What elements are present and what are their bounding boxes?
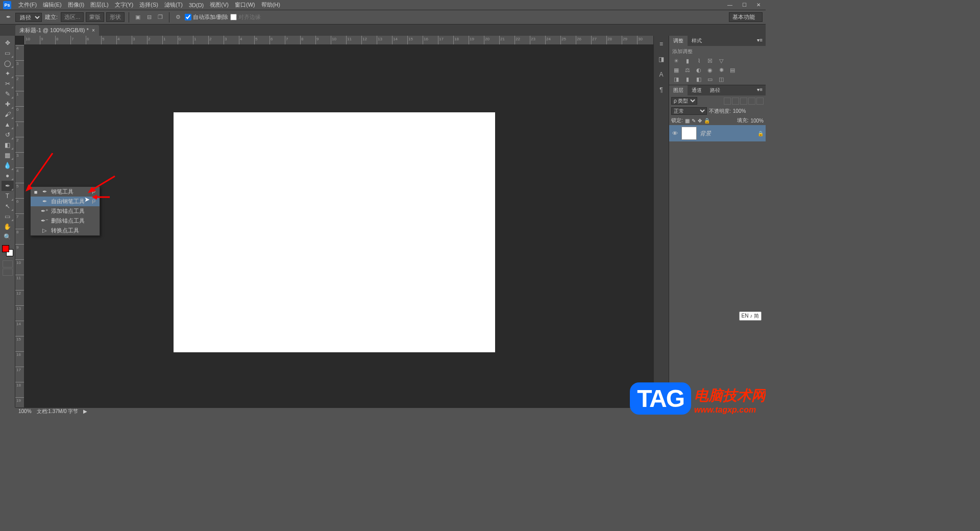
layer-filter-select[interactable]: ρ 类型 [671,97,697,105]
visibility-icon[interactable]: 👁 [671,130,678,136]
menu-type[interactable]: 文字(Y) [112,0,137,10]
menu-view[interactable]: 视图(V) [207,0,232,10]
levels-icon[interactable]: ▮ [683,57,692,64]
menu-select[interactable]: 选择(S) [136,0,161,10]
move-tool[interactable]: ✥ [2,38,14,48]
dodge-tool[interactable]: ● [2,171,14,181]
hue-icon[interactable]: ▦ [672,66,680,74]
type-tool[interactable]: T [2,191,14,201]
menu-window[interactable]: 窗口(W) [232,0,258,10]
opacity-value[interactable]: 100% [733,108,746,114]
color-swatches[interactable] [2,245,13,256]
fill-value[interactable]: 100% [750,118,764,124]
workspace-switcher[interactable]: 基本功能 [729,12,763,22]
pen-mode-select[interactable]: 路径 [15,13,42,22]
align-edges-input[interactable] [230,14,237,20]
paragraph-icon[interactable]: ¶ [656,85,667,95]
flyout-add-anchor-tool[interactable]: ✒⁺ 添加锚点工具 [31,206,100,216]
brightness-icon[interactable]: ☀ [672,57,680,64]
lock-paint-icon[interactable]: ✎ [692,118,696,124]
tab-paths[interactable]: 路径 [706,85,724,95]
shape-tool[interactable]: ▭ [2,211,14,222]
gradient-tool[interactable]: ▦ [2,150,14,160]
path-selection-tool[interactable]: ↖ [2,201,14,211]
foreground-color-swatch[interactable] [2,245,9,252]
menu-filter[interactable]: 滤镜(T) [161,0,186,10]
panel-menu-icon[interactable]: ▾≡ [754,36,766,46]
filter-adjust-icon[interactable] [732,98,739,105]
path-align-icon[interactable]: ⊟ [144,13,154,22]
quickmask-button[interactable] [3,260,13,268]
layer-thumbnail[interactable] [681,127,697,140]
brush-tool[interactable]: 🖌 [2,109,14,119]
bw-icon[interactable]: ◐ [695,66,703,74]
minimize-button[interactable]: — [723,1,737,10]
zoom-tool[interactable]: 🔍 [2,232,14,242]
ime-indicator[interactable]: EN ♪ 简 [739,311,762,321]
screenmode-button[interactable] [3,269,13,276]
healing-brush-tool[interactable]: ✚ [2,99,14,109]
make-mask-button[interactable]: 蒙版 [86,12,104,22]
make-selection-button[interactable]: 选区... [61,12,84,22]
close-tab-icon[interactable]: × [92,28,95,33]
tab-layers[interactable]: 图层 [669,85,688,95]
filter-type-icon[interactable] [740,98,747,105]
hand-tool[interactable]: ✋ [2,222,14,232]
lasso-tool[interactable]: ◯ [2,58,14,68]
lookup-icon[interactable]: ▤ [728,66,737,74]
color-balance-icon[interactable]: ⚖ [683,66,692,74]
channel-mixer-icon[interactable]: ✺ [717,66,725,74]
blur-tool[interactable]: 💧 [2,160,14,171]
gradient-map-icon[interactable]: ▭ [706,76,714,83]
gear-icon[interactable]: ⚙ [174,13,183,22]
status-arrow-icon[interactable]: ▶ [83,408,87,414]
character-icon[interactable]: A [656,69,667,80]
menu-3d[interactable]: 3D(D) [186,1,207,9]
filter-shape-icon[interactable] [748,98,755,105]
histogram-icon[interactable]: ≡ [656,39,667,49]
layer-item-background[interactable]: 👁 背景 🔒 [669,125,766,141]
flyout-delete-anchor-tool[interactable]: ✒⁻ 删除锚点工具 [31,216,100,226]
stamp-tool[interactable]: ▲ [2,119,14,130]
photo-filter-icon[interactable]: ◉ [706,66,714,74]
filter-smart-icon[interactable] [756,98,764,105]
vibrance-icon[interactable]: ▽ [717,57,725,64]
color-icon[interactable]: ◨ [656,54,667,64]
magic-wand-tool[interactable]: ✦ [2,68,14,79]
menu-image[interactable]: 图像(I) [65,0,87,10]
tab-styles[interactable]: 样式 [688,36,706,46]
auto-add-delete-checkbox[interactable]: 自动添加/删除 [185,13,228,21]
doc-info[interactable]: 文档:1.37M/0 字节 [37,408,79,415]
curves-icon[interactable]: ⌇ [695,57,703,64]
panel-menu-icon[interactable]: ▾≡ [754,85,766,95]
lock-position-icon[interactable]: ✥ [698,118,702,124]
eyedropper-tool[interactable]: ✎ [2,89,14,99]
menu-layer[interactable]: 图层(L) [87,0,111,10]
crop-tool[interactable]: ✂ [2,79,14,89]
path-arrange-icon[interactable]: ❐ [156,13,165,22]
invert-icon[interactable]: ◨ [672,76,680,83]
auto-add-check-input[interactable] [185,14,191,20]
pen-tool[interactable]: ✒ [2,181,14,191]
align-edges-checkbox[interactable]: 对齐边缘 [230,13,261,21]
menu-edit[interactable]: 编辑(E) [40,0,65,10]
threshold-icon[interactable]: ◧ [695,76,703,83]
path-combine-icon[interactable]: ▣ [133,13,142,22]
close-button[interactable]: ✕ [751,1,766,10]
blend-mode-select[interactable]: 正常 [671,107,707,115]
lock-transparency-icon[interactable]: ▦ [685,118,690,124]
tab-channels[interactable]: 通道 [688,85,706,95]
posterize-icon[interactable]: ▮ [683,76,692,83]
flyout-convert-point-tool[interactable]: ▷ 转换点工具 [31,226,100,235]
menu-help[interactable]: 帮助(H) [258,0,283,10]
marquee-tool[interactable]: ▭ [2,48,14,58]
lock-all-icon[interactable]: 🔒 [704,118,710,124]
tab-adjustments[interactable]: 调整 [669,36,688,46]
filter-pixel-icon[interactable] [724,98,731,105]
canvas[interactable] [174,112,495,352]
exposure-icon[interactable]: ☒ [706,57,714,64]
menu-file[interactable]: 文件(F) [15,0,40,10]
layer-name-label[interactable]: 背景 [700,130,711,137]
make-shape-button[interactable]: 形状 [106,12,125,22]
history-brush-tool[interactable]: ↺ [2,130,14,140]
